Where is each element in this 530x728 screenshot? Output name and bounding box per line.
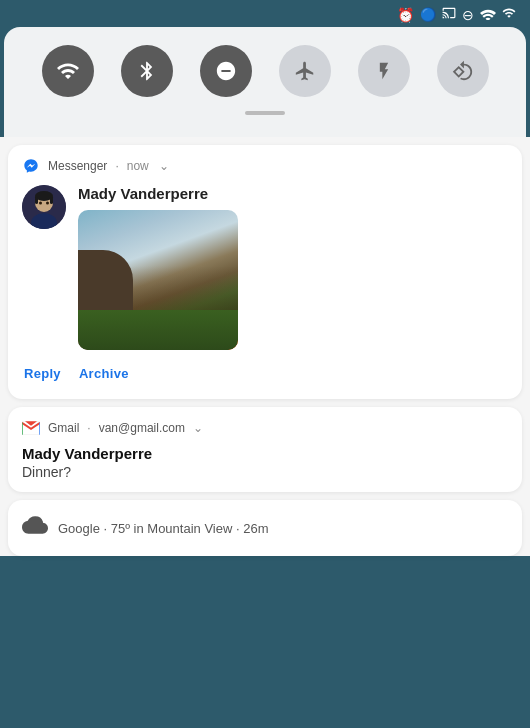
sender-avatar bbox=[22, 185, 66, 229]
gmail-header: Gmail · van@gmail.com ⌄ bbox=[22, 419, 508, 437]
messenger-app-icon bbox=[22, 157, 40, 175]
flashlight-toggle[interactable] bbox=[358, 45, 410, 97]
gmail-app-icon bbox=[22, 419, 40, 437]
gmail-email: van@gmail.com bbox=[99, 421, 185, 435]
messenger-body: Mady Vanderperre bbox=[22, 185, 508, 350]
gmail-chevron-icon[interactable]: ⌄ bbox=[193, 421, 203, 435]
archive-button[interactable]: Archive bbox=[75, 360, 143, 387]
wifi-toggle[interactable] bbox=[42, 45, 94, 97]
messenger-actions: Reply Archive bbox=[20, 360, 508, 387]
signal-icon bbox=[502, 6, 516, 23]
gmail-app-name: Gmail bbox=[48, 421, 79, 435]
wifi-icon bbox=[480, 6, 496, 23]
notifications-list: Messenger · now ⌄ bbox=[0, 137, 530, 556]
reply-button[interactable]: Reply bbox=[20, 360, 75, 387]
messenger-sender: Mady Vanderperre bbox=[78, 185, 508, 202]
gmail-notification: Gmail · van@gmail.com ⌄ Mady Vanderperre… bbox=[8, 407, 522, 492]
airplane-toggle[interactable] bbox=[279, 45, 331, 97]
svg-rect-5 bbox=[50, 196, 53, 204]
messenger-header: Messenger · now ⌄ bbox=[22, 157, 508, 175]
messenger-content: Mady Vanderperre bbox=[78, 185, 508, 350]
bluetooth-toggle[interactable] bbox=[121, 45, 173, 97]
messenger-notification: Messenger · now ⌄ bbox=[8, 145, 522, 399]
alarm-icon: ⏰ bbox=[397, 7, 414, 23]
cast-icon bbox=[442, 6, 456, 23]
panel-handle bbox=[245, 111, 285, 115]
gmail-subject: Dinner? bbox=[22, 464, 508, 480]
rotate-toggle[interactable] bbox=[437, 45, 489, 97]
svg-rect-4 bbox=[35, 196, 38, 204]
cloud-icon bbox=[22, 514, 48, 542]
dnd-toggle[interactable] bbox=[200, 45, 252, 97]
gmail-sender: Mady Vanderperre bbox=[22, 445, 508, 462]
quick-settings-panel bbox=[4, 27, 526, 137]
google-weather-text: Google · 75º in Mountain View · 26m bbox=[58, 521, 268, 536]
svg-point-6 bbox=[39, 202, 42, 205]
bluetooth-icon: 🔵 bbox=[420, 7, 436, 22]
svg-point-7 bbox=[46, 202, 49, 205]
messenger-time: now bbox=[127, 159, 149, 173]
status-bar: ⏰ 🔵 ⊖ bbox=[0, 0, 530, 27]
dnd-icon: ⊖ bbox=[462, 7, 474, 23]
messenger-app-name: Messenger bbox=[48, 159, 107, 173]
messenger-chevron-icon[interactable]: ⌄ bbox=[159, 159, 169, 173]
google-notification: Google · 75º in Mountain View · 26m bbox=[8, 500, 522, 556]
messenger-image bbox=[78, 210, 238, 350]
quick-settings-icons bbox=[28, 45, 502, 97]
notifications-area: Messenger · now ⌄ bbox=[0, 137, 530, 556]
